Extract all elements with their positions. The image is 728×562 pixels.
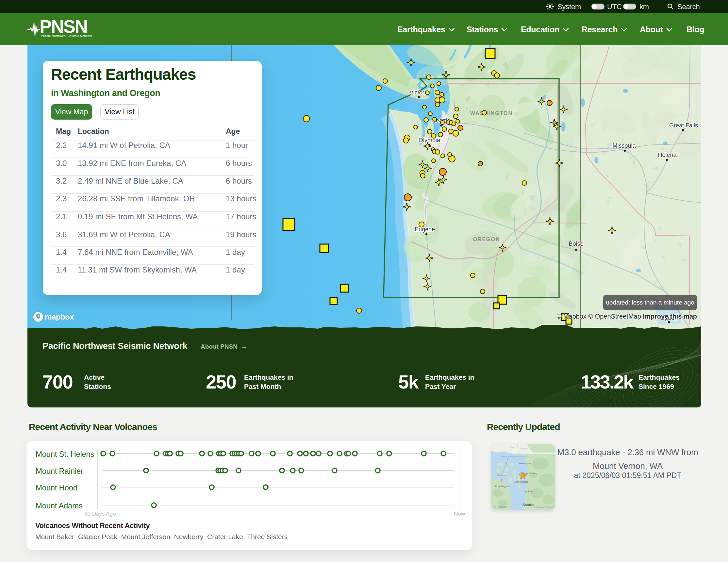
svg-text:Boise: Boise [569, 240, 583, 247]
svg-text:Helena: Helena [658, 152, 677, 158]
svg-text:Great Falls: Great Falls [669, 122, 698, 129]
svg-text:Oak Harbor: Oak Harbor [515, 480, 528, 483]
svg-text:Eugene: Eugene [415, 226, 435, 233]
svg-text:Victoria: Victoria [497, 474, 506, 477]
svg-text:Missoula: Missoula [612, 142, 636, 149]
svg-text:OREGON: OREGON [473, 237, 500, 242]
svg-text:Port Angeles: Port Angeles [495, 485, 510, 488]
svg-text:Olympia: Olympia [419, 137, 440, 143]
svg-text:WASHINGTON: WASHINGTON [470, 110, 513, 116]
svg-text:Everett: Everett [525, 490, 534, 493]
svg-text:mapbox: mapbox [45, 312, 74, 321]
svg-text:© mapbox: © mapbox [494, 505, 507, 508]
svg-text:Seattle: Seattle [522, 503, 534, 507]
svg-text:© Mapbox © OpenStr: © Mapbox © OpenStr [534, 506, 555, 509]
